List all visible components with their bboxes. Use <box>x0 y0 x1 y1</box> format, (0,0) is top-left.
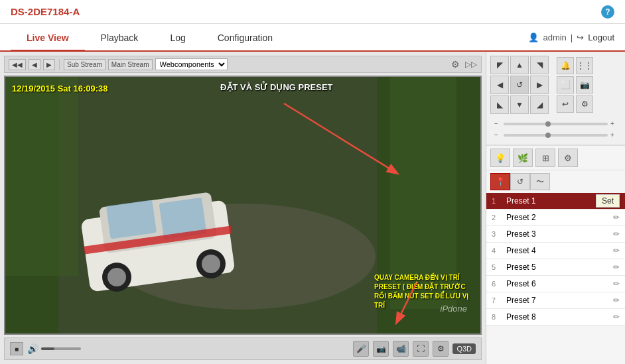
feature-leaf-button[interactable]: 🌿 <box>513 149 533 167</box>
preset-number: 6 <box>492 280 502 288</box>
preset-edit-icon[interactable]: ✏ <box>613 312 620 322</box>
scene-svg <box>5 77 480 334</box>
preset-item[interactable]: 3 Preset 3 ✏ <box>486 226 625 243</box>
logout-button[interactable]: Logout <box>588 32 614 42</box>
logout-icon: ↪ <box>577 32 584 42</box>
ptz-downleft-button[interactable]: ◣ <box>490 95 509 114</box>
toolbar-separator <box>59 59 60 70</box>
preset-name: Preset 6 <box>506 279 613 288</box>
preset-item[interactable]: 1 Preset 1 ✏ Set <box>486 193 625 210</box>
prev-button[interactable]: ◀ <box>29 59 40 70</box>
preset-number: 5 <box>492 263 502 271</box>
quality-button[interactable]: Q3D <box>452 343 476 354</box>
ptz-icon-camera[interactable]: 📷 <box>576 76 593 93</box>
preset-edit-icon[interactable]: ✏ <box>613 279 620 288</box>
zoom-plus-icon: + <box>610 120 617 127</box>
expand-icon[interactable]: ▷▷ <box>465 60 477 69</box>
ptz-icon-screen[interactable]: ⬜ <box>557 76 574 93</box>
ptz-upleft-button[interactable]: ◤ <box>490 56 509 74</box>
fullscreen-button[interactable]: ⛶ <box>413 341 429 357</box>
preset-edit-icon[interactable]: ✏ <box>613 263 620 272</box>
help-button[interactable]: ? <box>601 5 614 19</box>
preset-name: Preset 2 <box>506 213 613 222</box>
preset-list: 1 Preset 1 ✏ Set 2 Preset 2 ✏ 3 Preset 3… <box>486 193 625 364</box>
preset-item[interactable]: 6 Preset 6 ✏ <box>486 276 625 292</box>
tab-playback[interactable]: Playback <box>85 25 155 52</box>
video-timestamp: 12/19/2015 Sat 16:09:38 <box>12 84 108 93</box>
zoom-minus-icon: − <box>494 120 501 127</box>
components-select[interactable]: Webcomponents <box>155 58 228 70</box>
feature-grid-button[interactable]: ⊞ <box>535 149 555 167</box>
video-toolbar: ◀◀ ◀ ▶ Sub Stream Main Stream Webcompone… <box>4 56 482 73</box>
settings-button[interactable]: ⚙ <box>433 341 449 357</box>
preset-item[interactable]: 7 Preset 7 ✏ <box>486 292 625 309</box>
zoom-slider-row: − + <box>490 118 621 129</box>
volume-slider[interactable] <box>41 347 81 350</box>
preset-item[interactable]: 4 Preset 4 ✏ <box>486 243 625 259</box>
record-button[interactable]: 📹 <box>393 341 409 357</box>
tab-live-view[interactable]: Live View <box>11 25 85 52</box>
zoom-handle <box>545 121 551 127</box>
volume-area: 🔊 <box>27 343 81 354</box>
preset-name: Preset 8 <box>506 312 613 322</box>
ptz-upright-button[interactable]: ◥ <box>530 56 549 74</box>
camera-button[interactable]: 📷 <box>373 341 389 357</box>
focus-slider-row: − + <box>490 129 621 141</box>
microphone-button[interactable]: 🎤 <box>353 341 369 357</box>
next-button[interactable]: ▶ <box>43 59 55 70</box>
ptz-icon-bell[interactable]: 🔔 <box>557 57 574 74</box>
ptz-controls: ◤ ▲ ◥ ◀ ↺ ▶ ◣ ▼ ◢ 🔔 ⋮⋮ <box>486 52 625 145</box>
rewind-button[interactable]: ◀◀ <box>9 59 26 70</box>
bottom-controls: ■ 🔊 🎤 📷 📹 ⛶ ⚙ Q3D <box>4 337 482 360</box>
preset-tab-preset[interactable]: 📍 <box>490 173 510 190</box>
preset-item[interactable]: 2 Preset 2 ✏ <box>486 210 625 226</box>
preset-icon-top[interactable]: ⚙ <box>451 59 460 70</box>
tooltip-set[interactable]: Set <box>596 194 620 208</box>
preset-number: 4 <box>492 247 502 255</box>
preset-edit-icon[interactable]: ✏ <box>613 296 620 305</box>
svg-point-10 <box>202 255 220 273</box>
ptz-downright-button[interactable]: ◢ <box>530 95 549 114</box>
svg-point-8 <box>107 268 126 286</box>
preset-name: Preset 7 <box>506 296 613 305</box>
main-content: ◀◀ ◀ ▶ Sub Stream Main Stream Webcompone… <box>0 52 625 364</box>
feature-gear-button[interactable]: ⚙ <box>558 149 578 167</box>
nav-user-area: 👤 admin | ↪ Logout <box>528 24 614 50</box>
ptz-icon-refresh[interactable]: ↩ <box>557 95 574 113</box>
device-title: DS-2DE7184-A <box>11 6 80 17</box>
preset-number: 1 <box>492 197 502 205</box>
ptz-down-button[interactable]: ▼ <box>510 95 529 114</box>
svg-rect-14 <box>390 77 456 309</box>
zoom-slider[interactable] <box>504 123 608 125</box>
preset-item[interactable]: 8 Preset 8 ✏ <box>486 309 625 326</box>
ptz-left-button[interactable]: ◀ <box>490 76 509 94</box>
main-stream-button[interactable]: Main Stream <box>108 59 153 70</box>
focus-handle <box>545 133 551 138</box>
tab-configuration[interactable]: Configuration <box>202 25 289 52</box>
navigation: Live View Playback Log Configuration 👤 a… <box>0 24 625 52</box>
sub-stream-button[interactable]: Sub Stream <box>64 59 105 70</box>
stop-button[interactable]: ■ <box>10 342 23 355</box>
preset-name: Preset 3 <box>506 229 613 239</box>
ptz-up-button[interactable]: ▲ <box>510 56 529 74</box>
username-label: admin <box>543 32 566 42</box>
ptz-icon-menu[interactable]: ⋮⋮ <box>576 57 593 74</box>
preset-tab-patrol[interactable]: ↺ <box>510 173 530 190</box>
tab-log[interactable]: Log <box>154 25 201 52</box>
preset-edit-icon[interactable]: ✏ <box>613 213 620 222</box>
volume-fill <box>41 347 54 350</box>
preset-edit-icon[interactable]: ✏ <box>613 246 620 255</box>
ptz-center-button[interactable]: ↺ <box>510 76 529 94</box>
preset-number: 7 <box>492 296 502 304</box>
preset-tab-pattern[interactable]: 〜 <box>530 173 550 190</box>
right-panel: ◤ ▲ ◥ ◀ ↺ ▶ ◣ ▼ ◢ 🔔 ⋮⋮ <box>486 52 625 364</box>
focus-slider[interactable] <box>504 134 608 137</box>
ptz-right-button[interactable]: ▶ <box>530 76 549 94</box>
preset-edit-icon[interactable]: ✏ <box>613 229 620 239</box>
ptz-icon-settings[interactable]: ⚙ <box>576 95 593 113</box>
video-panel: ◀◀ ◀ ▶ Sub Stream Main Stream Webcompone… <box>0 52 486 364</box>
feature-light-button[interactable]: 💡 <box>490 149 510 167</box>
volume-icon[interactable]: 🔊 <box>27 343 38 354</box>
focus-plus-icon: + <box>610 131 617 139</box>
preset-item[interactable]: 5 Preset 5 ✏ <box>486 259 625 276</box>
